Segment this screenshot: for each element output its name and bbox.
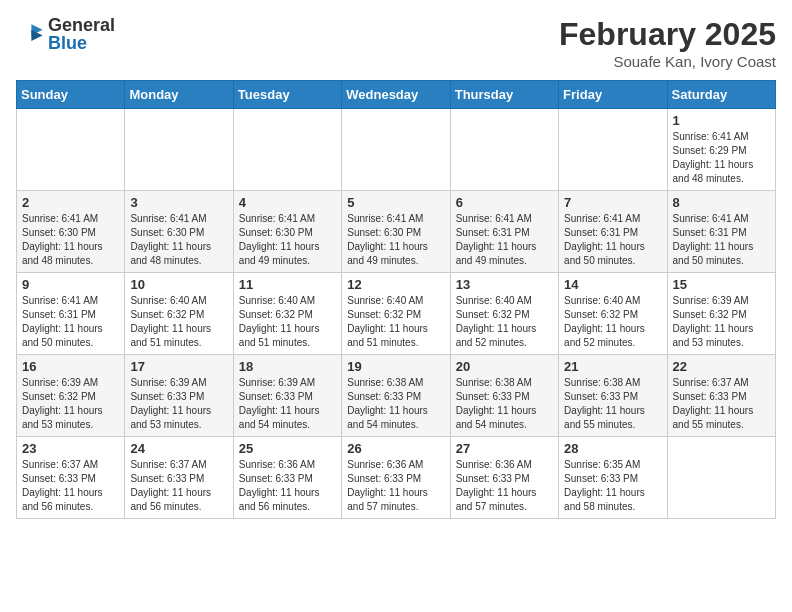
weekday-header-sunday: Sunday [17,81,125,109]
calendar-week-row: 23Sunrise: 6:37 AM Sunset: 6:33 PM Dayli… [17,437,776,519]
day-number: 13 [456,277,553,292]
day-info: Sunrise: 6:38 AM Sunset: 6:33 PM Dayligh… [347,376,444,432]
calendar-cell: 16Sunrise: 6:39 AM Sunset: 6:32 PM Dayli… [17,355,125,437]
day-number: 12 [347,277,444,292]
day-number: 7 [564,195,661,210]
calendar-cell: 27Sunrise: 6:36 AM Sunset: 6:33 PM Dayli… [450,437,558,519]
day-number: 22 [673,359,770,374]
calendar-cell: 12Sunrise: 6:40 AM Sunset: 6:32 PM Dayli… [342,273,450,355]
calendar-cell: 14Sunrise: 6:40 AM Sunset: 6:32 PM Dayli… [559,273,667,355]
day-info: Sunrise: 6:41 AM Sunset: 6:31 PM Dayligh… [673,212,770,268]
day-number: 28 [564,441,661,456]
calendar-cell [125,109,233,191]
weekday-header-tuesday: Tuesday [233,81,341,109]
calendar-cell: 13Sunrise: 6:40 AM Sunset: 6:32 PM Dayli… [450,273,558,355]
day-info: Sunrise: 6:36 AM Sunset: 6:33 PM Dayligh… [456,458,553,514]
day-info: Sunrise: 6:40 AM Sunset: 6:32 PM Dayligh… [456,294,553,350]
day-info: Sunrise: 6:40 AM Sunset: 6:32 PM Dayligh… [564,294,661,350]
logo-text: General Blue [48,16,115,52]
calendar-week-row: 9Sunrise: 6:41 AM Sunset: 6:31 PM Daylig… [17,273,776,355]
day-number: 23 [22,441,119,456]
calendar-week-row: 2Sunrise: 6:41 AM Sunset: 6:30 PM Daylig… [17,191,776,273]
weekday-header-row: SundayMondayTuesdayWednesdayThursdayFrid… [17,81,776,109]
calendar-cell: 22Sunrise: 6:37 AM Sunset: 6:33 PM Dayli… [667,355,775,437]
logo-general-text: General [48,16,115,34]
calendar-cell: 28Sunrise: 6:35 AM Sunset: 6:33 PM Dayli… [559,437,667,519]
calendar-cell: 18Sunrise: 6:39 AM Sunset: 6:33 PM Dayli… [233,355,341,437]
day-number: 3 [130,195,227,210]
calendar-cell: 9Sunrise: 6:41 AM Sunset: 6:31 PM Daylig… [17,273,125,355]
day-number: 21 [564,359,661,374]
calendar-cell: 11Sunrise: 6:40 AM Sunset: 6:32 PM Dayli… [233,273,341,355]
location-text: Souafe Kan, Ivory Coast [559,53,776,70]
day-number: 6 [456,195,553,210]
weekday-header-thursday: Thursday [450,81,558,109]
day-number: 5 [347,195,444,210]
day-info: Sunrise: 6:41 AM Sunset: 6:31 PM Dayligh… [564,212,661,268]
calendar-cell: 21Sunrise: 6:38 AM Sunset: 6:33 PM Dayli… [559,355,667,437]
calendar-cell: 17Sunrise: 6:39 AM Sunset: 6:33 PM Dayli… [125,355,233,437]
calendar-cell: 4Sunrise: 6:41 AM Sunset: 6:30 PM Daylig… [233,191,341,273]
day-info: Sunrise: 6:35 AM Sunset: 6:33 PM Dayligh… [564,458,661,514]
title-block: February 2025 Souafe Kan, Ivory Coast [559,16,776,70]
day-info: Sunrise: 6:41 AM Sunset: 6:30 PM Dayligh… [347,212,444,268]
day-info: Sunrise: 6:41 AM Sunset: 6:30 PM Dayligh… [239,212,336,268]
logo-blue-text: Blue [48,34,115,52]
day-number: 4 [239,195,336,210]
weekday-header-wednesday: Wednesday [342,81,450,109]
calendar-cell [342,109,450,191]
calendar-cell: 24Sunrise: 6:37 AM Sunset: 6:33 PM Dayli… [125,437,233,519]
calendar-cell: 5Sunrise: 6:41 AM Sunset: 6:30 PM Daylig… [342,191,450,273]
calendar-cell: 10Sunrise: 6:40 AM Sunset: 6:32 PM Dayli… [125,273,233,355]
calendar-table: SundayMondayTuesdayWednesdayThursdayFrid… [16,80,776,519]
calendar-cell: 25Sunrise: 6:36 AM Sunset: 6:33 PM Dayli… [233,437,341,519]
day-info: Sunrise: 6:39 AM Sunset: 6:32 PM Dayligh… [673,294,770,350]
day-number: 24 [130,441,227,456]
calendar-week-row: 16Sunrise: 6:39 AM Sunset: 6:32 PM Dayli… [17,355,776,437]
calendar-cell: 20Sunrise: 6:38 AM Sunset: 6:33 PM Dayli… [450,355,558,437]
day-number: 20 [456,359,553,374]
calendar-cell: 19Sunrise: 6:38 AM Sunset: 6:33 PM Dayli… [342,355,450,437]
day-number: 15 [673,277,770,292]
calendar-cell: 7Sunrise: 6:41 AM Sunset: 6:31 PM Daylig… [559,191,667,273]
calendar-week-row: 1Sunrise: 6:41 AM Sunset: 6:29 PM Daylig… [17,109,776,191]
day-info: Sunrise: 6:37 AM Sunset: 6:33 PM Dayligh… [673,376,770,432]
calendar-cell: 15Sunrise: 6:39 AM Sunset: 6:32 PM Dayli… [667,273,775,355]
calendar-cell [17,109,125,191]
day-number: 26 [347,441,444,456]
page-header: General Blue February 2025 Souafe Kan, I… [16,16,776,70]
day-info: Sunrise: 6:41 AM Sunset: 6:30 PM Dayligh… [22,212,119,268]
calendar-cell: 1Sunrise: 6:41 AM Sunset: 6:29 PM Daylig… [667,109,775,191]
day-info: Sunrise: 6:38 AM Sunset: 6:33 PM Dayligh… [456,376,553,432]
calendar-cell: 26Sunrise: 6:36 AM Sunset: 6:33 PM Dayli… [342,437,450,519]
day-number: 11 [239,277,336,292]
day-info: Sunrise: 6:41 AM Sunset: 6:30 PM Dayligh… [130,212,227,268]
day-number: 19 [347,359,444,374]
day-number: 9 [22,277,119,292]
calendar-cell: 2Sunrise: 6:41 AM Sunset: 6:30 PM Daylig… [17,191,125,273]
logo-icon [16,20,44,48]
day-info: Sunrise: 6:40 AM Sunset: 6:32 PM Dayligh… [347,294,444,350]
day-info: Sunrise: 6:41 AM Sunset: 6:31 PM Dayligh… [22,294,119,350]
day-number: 1 [673,113,770,128]
day-info: Sunrise: 6:36 AM Sunset: 6:33 PM Dayligh… [239,458,336,514]
weekday-header-friday: Friday [559,81,667,109]
calendar-cell: 3Sunrise: 6:41 AM Sunset: 6:30 PM Daylig… [125,191,233,273]
day-number: 16 [22,359,119,374]
calendar-cell [233,109,341,191]
day-info: Sunrise: 6:38 AM Sunset: 6:33 PM Dayligh… [564,376,661,432]
day-number: 25 [239,441,336,456]
day-number: 18 [239,359,336,374]
day-info: Sunrise: 6:39 AM Sunset: 6:33 PM Dayligh… [130,376,227,432]
day-info: Sunrise: 6:39 AM Sunset: 6:33 PM Dayligh… [239,376,336,432]
day-number: 27 [456,441,553,456]
day-number: 2 [22,195,119,210]
calendar-cell [450,109,558,191]
calendar-cell: 8Sunrise: 6:41 AM Sunset: 6:31 PM Daylig… [667,191,775,273]
day-info: Sunrise: 6:40 AM Sunset: 6:32 PM Dayligh… [130,294,227,350]
calendar-cell [667,437,775,519]
day-number: 10 [130,277,227,292]
calendar-cell [559,109,667,191]
day-number: 17 [130,359,227,374]
day-info: Sunrise: 6:40 AM Sunset: 6:32 PM Dayligh… [239,294,336,350]
